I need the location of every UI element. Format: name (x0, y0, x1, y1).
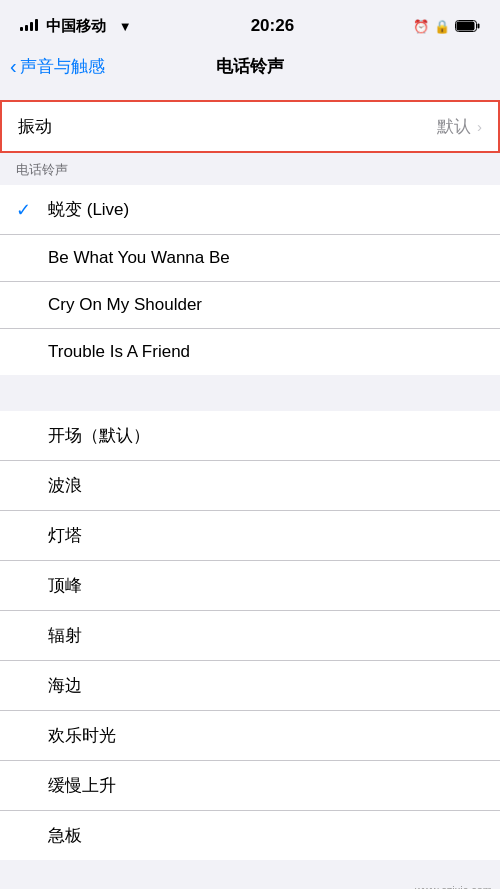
section-separator (0, 375, 500, 411)
default-ringtone-item-7[interactable]: 欢乐时光 (0, 711, 500, 761)
ringtone-item-4[interactable]: Trouble Is A Friend (0, 329, 500, 375)
default-ringtone-name-1: 开场（默认） (48, 424, 150, 447)
carrier-name: 中国移动 (46, 17, 106, 34)
default-ringtone-item-9[interactable]: 急板 (0, 811, 500, 860)
back-button[interactable]: ‹ 声音与触感 (10, 55, 105, 78)
ringtone-item-3[interactable]: Cry On My Shoulder (0, 282, 500, 329)
custom-ringtones-list: ✓ 蜕变 (Live) Be What You Wanna Be Cry On … (0, 185, 500, 375)
default-ringtone-name-8: 缓慢上升 (48, 774, 116, 797)
ringtone-name-1: 蜕变 (Live) (48, 198, 129, 221)
svg-rect-1 (457, 22, 475, 31)
back-label: 声音与触感 (20, 55, 105, 78)
default-ringtone-name-9: 急板 (48, 824, 82, 847)
signal-bar-1 (20, 27, 23, 31)
default-ringtone-item-5[interactable]: 辐射 (0, 611, 500, 661)
default-ringtone-item-8[interactable]: 缓慢上升 (0, 761, 500, 811)
alarm-icon: ⏰ (413, 19, 429, 34)
vibration-section: 振动 默认 › (0, 100, 500, 153)
default-ringtone-name-6: 海边 (48, 674, 82, 697)
battery-icon (455, 20, 480, 32)
section-label: 电话铃声 (0, 153, 500, 185)
ringtone-item-2[interactable]: Be What You Wanna Be (0, 235, 500, 282)
checkmark-icon: ✓ (16, 199, 34, 221)
lock-icon: 🔒 (434, 19, 450, 34)
wifi-icon: ▼ (119, 19, 132, 34)
default-ringtone-name-7: 欢乐时光 (48, 724, 116, 747)
default-ringtone-item-1[interactable]: 开场（默认） (0, 411, 500, 461)
default-ringtone-item-6[interactable]: 海边 (0, 661, 500, 711)
chevron-right-icon: › (477, 118, 482, 135)
default-ringtones-list: 开场（默认） 波浪 灯塔 顶峰 辐射 海边 欢乐时光 缓慢上升 急板 (0, 411, 500, 860)
page-title: 电话铃声 (216, 55, 284, 78)
vibration-value: 默认 (437, 115, 471, 138)
status-icons: ⏰ 🔒 (413, 19, 480, 34)
back-chevron-icon: ‹ (10, 55, 17, 78)
signal-bars (20, 17, 38, 31)
status-time: 20:26 (251, 16, 294, 36)
default-ringtone-name-5: 辐射 (48, 624, 82, 647)
navigation-bar: ‹ 声音与触感 电话铃声 (0, 44, 500, 88)
vibration-label: 振动 (18, 115, 52, 138)
vibration-row[interactable]: 振动 默认 › (2, 102, 498, 151)
ringtone-name-2: Be What You Wanna Be (48, 248, 230, 268)
signal-bar-4 (35, 19, 38, 31)
default-ringtone-item-3[interactable]: 灯塔 (0, 511, 500, 561)
status-bar: 中国移动 ▼ 20:26 ⏰ 🔒 (0, 0, 500, 44)
default-ringtone-name-4: 顶峰 (48, 574, 82, 597)
default-ringtone-name-3: 灯塔 (48, 524, 82, 547)
ringtone-item-1[interactable]: ✓ 蜕变 (Live) (0, 185, 500, 235)
carrier-label: 中国移动 ▼ (20, 17, 132, 36)
ringtone-name-3: Cry On My Shoulder (48, 295, 202, 315)
ringtone-name-4: Trouble Is A Friend (48, 342, 190, 362)
vibration-right: 默认 › (437, 115, 482, 138)
svg-rect-2 (478, 24, 480, 29)
watermark-label: www.czjxjc.com (415, 884, 492, 889)
default-ringtone-item-4[interactable]: 顶峰 (0, 561, 500, 611)
signal-bar-3 (30, 22, 33, 31)
default-ringtone-name-2: 波浪 (48, 474, 82, 497)
bottom-area: www.czjxjc.com (0, 860, 500, 889)
signal-bar-2 (25, 25, 28, 31)
default-ringtone-item-2[interactable]: 波浪 (0, 461, 500, 511)
